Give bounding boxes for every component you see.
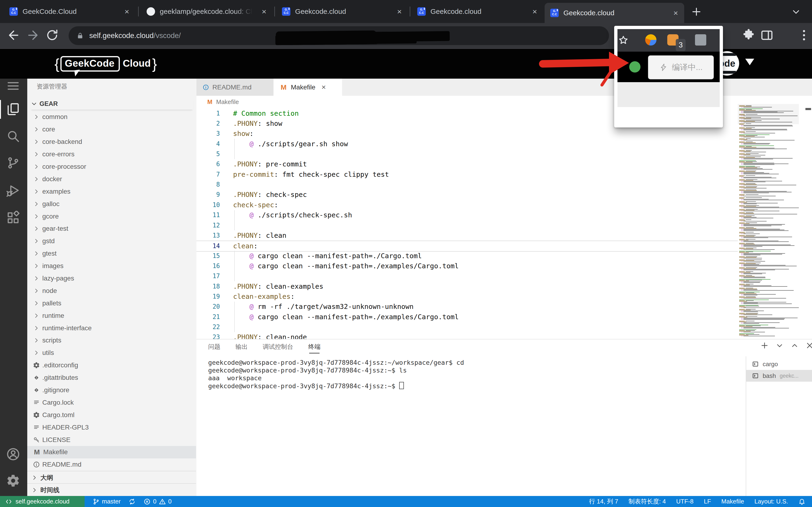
code-line[interactable]: 20 @ rm -rf ./target/wasm32-unknown-unkn… — [196, 301, 738, 312]
code-line[interactable]: 22 — [196, 322, 738, 332]
code-line[interactable]: 4 @ ./scripts/gear.sh show — [196, 139, 738, 149]
code-line[interactable]: 13.PHONY: clean — [196, 230, 738, 240]
code-line[interactable]: 11 @ ./scripts/check-spec.sh — [196, 210, 738, 220]
notifications-item[interactable] — [798, 498, 805, 505]
tree-folder-row[interactable]: gtest — [27, 247, 196, 260]
tree-file-row[interactable]: .gitattributes — [27, 372, 196, 384]
account-icon[interactable] — [6, 447, 20, 461]
status-item[interactable]: UTF-8 — [676, 498, 694, 505]
tree-file-row[interactable]: .editorconfig — [27, 359, 196, 372]
tree-file-row[interactable]: .gitignore — [27, 384, 196, 396]
browser-tab[interactable]: G.C.CGeekCode.Cloud× — [4, 0, 135, 23]
compiling-button[interactable]: 编译中... — [648, 55, 714, 79]
tree-folder-row[interactable]: gstd — [27, 235, 196, 247]
forward-icon[interactable] — [26, 28, 40, 42]
status-item[interactable]: Makefile — [721, 498, 744, 505]
editor-tab[interactable]: README.md — [196, 78, 273, 96]
tree-folder-row[interactable]: core-backend — [27, 136, 196, 148]
side-panel-icon[interactable] — [760, 28, 774, 42]
tree-folder-row[interactable]: images — [27, 260, 196, 272]
tree-folder-row[interactable]: lazy-pages — [27, 272, 196, 285]
code-line[interactable]: 16 @ cargo clean --manifest-path=./examp… — [196, 261, 738, 271]
tree-folder-row[interactable]: gear-test — [27, 223, 196, 235]
browser-tab[interactable]: G.C.CGeekcode.cloud× — [545, 3, 684, 23]
tree-file-row[interactable]: LICENSE — [27, 434, 196, 446]
code-line[interactable]: 17 — [196, 271, 738, 281]
kebab-menu-icon[interactable] — [797, 28, 811, 42]
source-control-icon[interactable] — [6, 156, 20, 170]
code-line[interactable]: 15 @ cargo clean --manifest-path=./Cargo… — [196, 251, 738, 261]
tree-folder-row[interactable]: node — [27, 284, 196, 297]
close-panel-icon[interactable] — [805, 341, 812, 350]
browser-tab[interactable]: G.C.CGeekcode.cloud× — [412, 0, 543, 23]
panel-tab[interactable]: 终端 — [308, 339, 320, 354]
tab-close-icon[interactable]: × — [394, 6, 405, 17]
tree-file-row[interactable]: MMakefile — [27, 446, 196, 458]
new-tab-icon[interactable] — [691, 6, 702, 17]
tree-folder-row[interactable]: docker — [27, 173, 196, 185]
tab-close-icon[interactable]: × — [670, 8, 681, 18]
code-line[interactable]: 5 — [196, 149, 738, 159]
code-line[interactable]: 6.PHONY: pre-commit — [196, 159, 738, 169]
workspace-section-header[interactable]: GEAR — [31, 98, 193, 110]
tree-file-row[interactable]: Cargo.toml — [27, 409, 196, 421]
terminal-list-item[interactable]: bashgeekc... — [746, 370, 812, 382]
tree-file-row[interactable]: Cargo.lock — [27, 396, 196, 409]
tree-folder-row[interactable]: core — [27, 123, 196, 136]
code-line[interactable]: 3show: — [196, 129, 738, 139]
outline-section[interactable]: 大纲 — [27, 471, 196, 484]
status-item[interactable]: 制表符长度: 4 — [628, 497, 666, 506]
tree-folder-row[interactable]: galloc — [27, 198, 196, 210]
tree-folder-row[interactable]: core-processor — [27, 161, 196, 173]
explorer-icon[interactable] — [6, 102, 20, 116]
tab-close-icon[interactable]: × — [529, 6, 540, 17]
tab-close-icon[interactable]: × — [321, 83, 326, 92]
menu-icon[interactable] — [6, 79, 20, 93]
bell-icon[interactable] — [798, 498, 805, 505]
code-line[interactable]: 18.PHONY: clean-examples — [196, 281, 738, 291]
reload-icon[interactable] — [45, 28, 59, 42]
back-icon[interactable] — [7, 28, 21, 42]
code-editor[interactable]: 1# Common section2.PHONY: show3show:4 @ … — [196, 108, 812, 339]
tree-folder-row[interactable]: core-errors — [27, 148, 196, 161]
extensions-puzzle-icon[interactable] — [742, 28, 756, 42]
code-line[interactable]: 19clean-examples: — [196, 291, 738, 301]
code-line[interactable]: 14clean: — [196, 241, 738, 251]
git-branch-item[interactable]: master — [93, 498, 120, 505]
tree-folder-row[interactable]: scripts — [27, 334, 196, 347]
status-item[interactable]: LF — [704, 498, 711, 505]
panel-tab[interactable]: 问题 — [208, 339, 220, 354]
tree-file-row[interactable]: HEADER-GPL3 — [27, 421, 196, 434]
tree-folder-row[interactable]: common — [27, 111, 196, 123]
terminal-list-item[interactable]: cargo — [746, 358, 812, 370]
tree-folder-row[interactable]: examples — [27, 185, 196, 198]
tab-close-icon[interactable]: × — [259, 6, 269, 17]
status-item[interactable]: 行 14, 列 7 — [589, 497, 618, 506]
terminal-output[interactable]: geekcode@workspace-prod-3vy8jq-7d778984c… — [208, 359, 464, 390]
browser-tab[interactable]: geeklamp/geekcode.cloud: Clo× — [141, 0, 272, 23]
tab-search-icon[interactable] — [791, 7, 801, 17]
tree-folder-row[interactable]: gcore — [27, 210, 196, 223]
panel-tab[interactable]: 输出 — [236, 339, 248, 354]
sync-item[interactable] — [129, 498, 136, 505]
tree-folder-row[interactable]: runtime — [27, 309, 196, 322]
browser-tab[interactable]: G.C.CGeekcode.cloud× — [276, 0, 408, 23]
status-item[interactable]: Layout: U.S. — [754, 498, 788, 505]
tree-file-row[interactable]: README.md — [27, 458, 196, 471]
code-line[interactable]: 12 — [196, 220, 738, 230]
run-debug-icon[interactable] — [6, 183, 20, 198]
code-line[interactable]: 21 @ cargo clean --manifest-path=./examp… — [196, 312, 738, 322]
code-line[interactable]: 8 — [196, 179, 738, 189]
remote-indicator[interactable]: self.geekcode.cloud — [0, 496, 85, 507]
address-bar[interactable]: self.geekcode.cloud/vscode/ — [68, 26, 609, 45]
minimap[interactable] — [738, 104, 799, 339]
timeline-section[interactable]: 时间线 — [27, 483, 196, 496]
panel-tab[interactable]: 调试控制台 — [263, 339, 293, 354]
extensions-icon[interactable] — [6, 211, 20, 225]
tree-folder-row[interactable]: pallets — [27, 297, 196, 309]
search-icon[interactable] — [6, 129, 20, 143]
code-line[interactable]: 7pre-commit: fmt check-spec clippy test — [196, 169, 738, 179]
tree-folder-row[interactable]: runtime-interface — [27, 322, 196, 334]
tab-close-icon[interactable]: × — [122, 6, 132, 17]
problems-item[interactable]: 0 0 — [144, 498, 171, 505]
